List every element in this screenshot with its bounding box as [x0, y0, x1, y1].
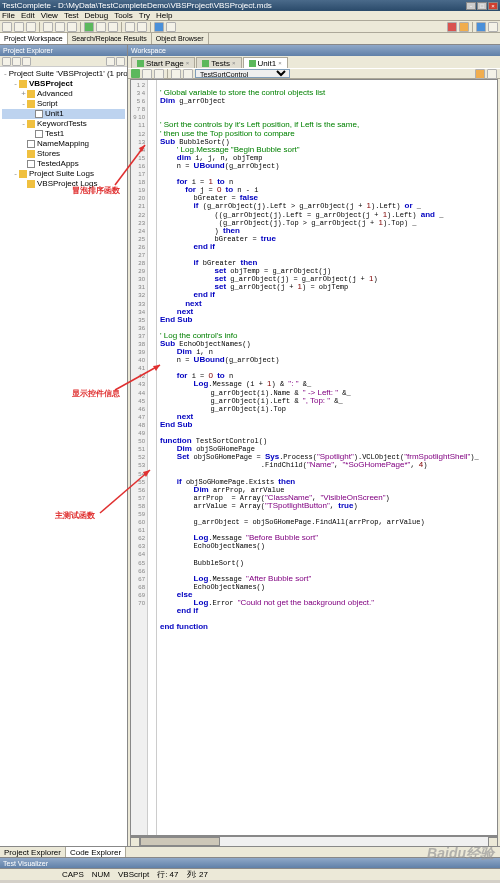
editor-tabs: Start Page× Tests× Unit1×	[128, 56, 500, 68]
menu-edit[interactable]: Edit	[21, 11, 35, 20]
tool-red-icon[interactable]	[447, 22, 457, 32]
pause-icon[interactable]	[137, 22, 147, 32]
ed-find-icon[interactable]	[171, 69, 181, 79]
tab-tests[interactable]: Tests×	[196, 57, 241, 68]
editor-area: Workspace Start Page× Tests× Unit1× Test…	[128, 45, 500, 846]
sidebar: Project Explorer -Project Suite 'VBSProj…	[0, 45, 128, 846]
menu-view[interactable]: View	[41, 11, 58, 20]
step-over-icon[interactable]	[166, 22, 176, 32]
status-num: NUM	[92, 870, 110, 879]
run-icon[interactable]	[84, 22, 94, 32]
sidebar-title: Project Explorer	[0, 45, 127, 56]
tree-item[interactable]: +Advanced	[2, 89, 125, 99]
status-line: 行: 47	[157, 869, 178, 880]
tab-unit1[interactable]: Unit1×	[243, 57, 288, 68]
ed-nav-icon[interactable]	[183, 69, 193, 79]
function-select[interactable]: TestSortControl	[195, 69, 290, 78]
step-icon[interactable]	[154, 22, 164, 32]
new-icon[interactable]	[2, 22, 12, 32]
tree-item[interactable]: -Project Suite Logs	[2, 169, 125, 179]
workspace-tabs: Project Workspace Search/Replace Results…	[0, 33, 500, 45]
copy-icon[interactable]	[55, 22, 65, 32]
bottab-project-explorer[interactable]: Project Explorer	[0, 847, 66, 857]
close-icon[interactable]: ×	[232, 60, 236, 66]
tab-search-results[interactable]: Search/Replace Results	[68, 33, 152, 44]
ed-menu-icon[interactable]	[487, 69, 497, 79]
ed-opt-icon[interactable]	[475, 69, 485, 79]
menu-debug[interactable]: Debug	[85, 11, 109, 20]
watermark: Baidu经验	[427, 845, 494, 863]
tab-startpage[interactable]: Start Page×	[131, 57, 195, 68]
menu-bar: File Edit View Test Debug Tools Try Help	[0, 11, 500, 21]
run-project-icon[interactable]	[96, 22, 106, 32]
sb-filter-icon[interactable]	[106, 57, 115, 66]
line-gutter: 1 2 3 4 5 6 7 8 9 10 11 12 13 14 15 16 1…	[131, 80, 148, 835]
tree-item[interactable]: Unit1	[2, 109, 125, 119]
scroll-thumb[interactable]	[140, 837, 220, 846]
window-title: TestComplete - D:\MyData\TestCompleteDem…	[2, 1, 466, 10]
close-icon[interactable]: ×	[186, 60, 190, 66]
bottom-panel-title[interactable]: Test Visualizer	[0, 858, 500, 868]
editor-panel-title: Workspace	[128, 45, 500, 56]
code-editor[interactable]: 1 2 3 4 5 6 7 8 9 10 11 12 13 14 15 16 1…	[130, 79, 498, 836]
tree-item[interactable]: Test1	[2, 129, 125, 139]
ed-tool2-icon[interactable]	[154, 69, 164, 79]
menu-test[interactable]: Test	[64, 11, 79, 20]
code-content[interactable]: ' Global variable to store the control o…	[157, 80, 497, 835]
cut-icon[interactable]	[43, 22, 53, 32]
tree-item[interactable]: -VBSProject	[2, 79, 125, 89]
fold-gutter[interactable]	[148, 80, 157, 835]
tree-item[interactable]: Stores	[2, 149, 125, 159]
paste-icon[interactable]	[67, 22, 77, 32]
menu-tools[interactable]: Tools	[114, 11, 133, 20]
close-button[interactable]: ×	[488, 2, 498, 10]
status-bar: CAPS NUM VBScript 行: 47 列: 27	[0, 868, 500, 880]
status-caps: CAPS	[62, 870, 84, 879]
project-tree[interactable]: -Project Suite 'VBSProject1' (1 project)…	[0, 67, 127, 846]
sidebar-toolbar	[0, 56, 127, 67]
close-icon[interactable]: ×	[278, 60, 282, 66]
maximize-button[interactable]: □	[477, 2, 487, 10]
sb-add-icon[interactable]	[2, 57, 11, 66]
menu-file[interactable]: File	[2, 11, 15, 20]
tree-item[interactable]: -Project Suite 'VBSProject1' (1 project)	[2, 69, 125, 79]
options-icon[interactable]	[488, 22, 498, 32]
tree-item[interactable]: VBSProject Logs	[2, 179, 125, 189]
open-icon[interactable]	[14, 22, 24, 32]
help-icon[interactable]	[476, 22, 486, 32]
menu-try[interactable]: Try	[139, 11, 150, 20]
record-icon[interactable]	[125, 22, 135, 32]
main-toolbar	[0, 21, 500, 33]
tab-project-workspace[interactable]: Project Workspace	[0, 33, 68, 44]
sb-refresh-icon[interactable]	[12, 57, 21, 66]
tool-orange-icon[interactable]	[459, 22, 469, 32]
stop-icon[interactable]	[108, 22, 118, 32]
title-bar: TestComplete - D:\MyData\TestCompleteDem…	[0, 0, 500, 11]
save-icon[interactable]	[26, 22, 36, 32]
minimize-button[interactable]: -	[466, 2, 476, 10]
status-col: 列: 27	[187, 869, 208, 880]
tree-item[interactable]: -KeywordTests	[2, 119, 125, 129]
tree-item[interactable]: TestedApps	[2, 159, 125, 169]
bottab-code-explorer[interactable]: Code Explorer	[66, 847, 126, 857]
sb-more-icon[interactable]	[116, 57, 125, 66]
tab-object-browser[interactable]: Object Browser	[152, 33, 209, 44]
scroll-left-icon[interactable]	[130, 837, 140, 847]
ed-tool-icon[interactable]	[142, 69, 152, 79]
tree-item[interactable]: -Script	[2, 99, 125, 109]
run-script-icon[interactable]	[131, 69, 140, 78]
editor-toolbar: TestSortControl	[128, 68, 500, 79]
sb-prop-icon[interactable]	[22, 57, 31, 66]
bottom-tabs: Project Explorer Code Explorer	[0, 846, 500, 857]
tree-item[interactable]: NameMapping	[2, 139, 125, 149]
status-lang: VBScript	[118, 870, 149, 879]
menu-help[interactable]: Help	[156, 11, 172, 20]
